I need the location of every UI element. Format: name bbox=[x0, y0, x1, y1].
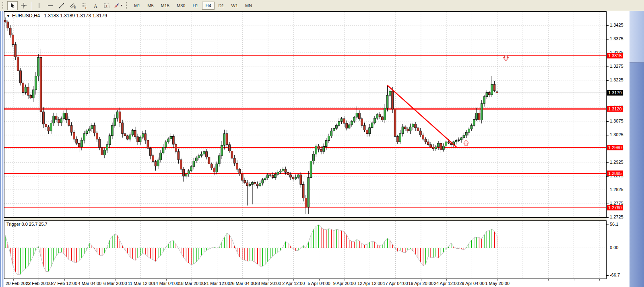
tool-fibonacci-retracement-button[interactable]: F bbox=[79, 1, 89, 10]
time-tick-mark bbox=[548, 279, 549, 281]
window-left-edge bbox=[0, 11, 4, 287]
price-tick-mark bbox=[607, 80, 609, 81]
tool-arrows-button[interactable]: ▾ bbox=[113, 1, 123, 10]
price-tick-label: -66.7 bbox=[610, 272, 620, 277]
price-axis[interactable]: 1.34251.33751.33251.32751.32251.31751.31… bbox=[607, 11, 630, 279]
tool-text-label-button[interactable]: T bbox=[101, 1, 112, 10]
indicator-title: Trigger 0.0 25.7 25.7 bbox=[6, 222, 47, 227]
price-tick-mark bbox=[607, 204, 609, 204]
time-tick-mark bbox=[293, 279, 294, 281]
price-tick-label: 1.3025 bbox=[610, 132, 623, 137]
time-tick-mark bbox=[574, 279, 574, 281]
svg-text:F: F bbox=[85, 6, 87, 9]
time-tick-label: 18 Mar 20:00 bbox=[179, 281, 205, 286]
timeframe-h4-button[interactable]: H4 bbox=[202, 2, 214, 10]
time-tick-label: 5 Apr 04:00 bbox=[308, 281, 330, 286]
symbol-dropdown-icon[interactable]: ▼ bbox=[6, 14, 10, 18]
time-tick-label: 17 Apr 04:00 bbox=[383, 281, 408, 286]
indicator-plot[interactable] bbox=[4, 220, 607, 279]
channel-icon: E bbox=[70, 2, 76, 9]
fibo-icon: F bbox=[81, 2, 87, 9]
time-axis[interactable]: 20 Feb 201322 Feb 20:0027 Feb 12:004 Mar… bbox=[4, 279, 630, 287]
time-tick-label: 28 Mar 20:00 bbox=[255, 281, 281, 286]
time-tick-mark bbox=[370, 279, 370, 281]
down-arrow-icon[interactable] bbox=[504, 55, 509, 61]
chart-frame bbox=[4, 12, 607, 218]
tool-vertical-line-button[interactable] bbox=[34, 1, 44, 10]
toolbar-separator bbox=[31, 2, 32, 10]
toolbar-grip[interactable] bbox=[126, 2, 128, 9]
time-tick-mark bbox=[13, 279, 14, 281]
level-price-label: 1.2980 bbox=[607, 145, 623, 150]
price-tick-label: 56.1 bbox=[610, 222, 618, 227]
time-tick-mark bbox=[39, 279, 39, 281]
time-tick-mark bbox=[396, 279, 396, 281]
time-tick-label: 9 Apr 20:00 bbox=[333, 281, 356, 286]
time-tick-label: 26 Mar 04:00 bbox=[229, 281, 256, 286]
timeframe-m30-button[interactable]: M30 bbox=[173, 2, 188, 10]
price-tick-label: 0.00 bbox=[610, 245, 618, 250]
timeframe-m5-button[interactable]: M5 bbox=[144, 2, 157, 10]
tool-cursor-button[interactable] bbox=[7, 1, 18, 10]
timeframe-d1-button[interactable]: D1 bbox=[215, 2, 227, 10]
time-tick-label: 12 Apr 12:00 bbox=[357, 281, 382, 286]
price-tick-label: 1.2825 bbox=[610, 187, 623, 192]
crosshair-icon bbox=[21, 2, 27, 9]
time-tick-mark bbox=[268, 279, 268, 281]
price-chart-plot[interactable] bbox=[4, 11, 607, 218]
candles bbox=[4, 17, 498, 214]
time-tick-label: 1 May 20:00 bbox=[485, 281, 510, 286]
tool-trendline-button[interactable] bbox=[56, 1, 67, 10]
arrows-icon bbox=[114, 2, 120, 9]
tool-crosshair-button[interactable] bbox=[19, 1, 29, 10]
timeframe-w1-button[interactable]: W1 bbox=[228, 2, 242, 10]
svg-text:A: A bbox=[94, 3, 97, 8]
panel-splitter[interactable] bbox=[4, 218, 630, 220]
price-tick-mark bbox=[607, 217, 609, 218]
price-tick-label: 1.2725 bbox=[610, 214, 623, 219]
main-toolbar: EFAT▾M1M5M15M30H1H4D1W1MN bbox=[0, 0, 644, 11]
scrollbar-thumb[interactable] bbox=[630, 62, 644, 287]
time-tick-label: 24 Apr 12:00 bbox=[434, 281, 459, 286]
time-tick-mark bbox=[345, 279, 345, 281]
vline-icon bbox=[36, 2, 42, 9]
time-tick-mark bbox=[523, 279, 523, 281]
timeframe-m15-button[interactable]: M15 bbox=[158, 2, 173, 10]
price-tick-mark bbox=[607, 135, 609, 135]
price-tick-mark bbox=[607, 162, 609, 163]
level-price-label: 1.2760 bbox=[607, 205, 623, 210]
timeframe-mn-button[interactable]: MN bbox=[242, 2, 255, 10]
vertical-scrollbar[interactable] bbox=[630, 11, 644, 287]
time-tick-label: 22 Feb 20:00 bbox=[26, 281, 52, 286]
timeframe-h1-button[interactable]: H1 bbox=[189, 2, 201, 10]
time-tick-mark bbox=[192, 279, 192, 281]
time-tick-label: 29 Apr 04:00 bbox=[459, 281, 484, 286]
price-tick-mark bbox=[607, 190, 609, 190]
level-price-label: 1.3315 bbox=[607, 53, 623, 58]
up-arrow-icon[interactable] bbox=[464, 140, 469, 146]
cursor-icon bbox=[9, 2, 16, 9]
time-tick-mark bbox=[141, 279, 141, 281]
price-tick-label: 1.3275 bbox=[610, 64, 623, 69]
hline-icon bbox=[47, 2, 54, 9]
time-tick-mark bbox=[166, 279, 167, 281]
time-tick-label: 19 Apr 20:00 bbox=[409, 281, 433, 286]
time-tick-label: 4 Mar 04:00 bbox=[78, 281, 102, 286]
time-tick-label: 6 Mar 20:00 bbox=[103, 281, 127, 286]
level-price-label: 1.3120 bbox=[607, 106, 623, 112]
time-tick-mark bbox=[90, 279, 90, 281]
toolbar-grip[interactable] bbox=[2, 2, 5, 9]
label-icon: T bbox=[103, 2, 110, 9]
text-icon: A bbox=[92, 2, 99, 9]
chevron-down-icon[interactable]: ▾ bbox=[121, 4, 122, 7]
tool-horizontal-line-button[interactable] bbox=[45, 1, 56, 10]
level-price-label: 1.2885 bbox=[607, 171, 623, 176]
svg-text:T: T bbox=[105, 4, 108, 8]
price-tick-label: 1.2925 bbox=[610, 160, 623, 164]
tool-text-button[interactable]: A bbox=[90, 1, 101, 10]
timeframe-m1-button[interactable]: M1 bbox=[131, 2, 143, 10]
time-tick-label: 2 Apr 12:00 bbox=[282, 281, 305, 286]
price-tick-mark bbox=[607, 275, 609, 276]
tool-equidistant-channel-button[interactable]: E bbox=[68, 1, 78, 10]
indicator-grid bbox=[4, 221, 607, 279]
